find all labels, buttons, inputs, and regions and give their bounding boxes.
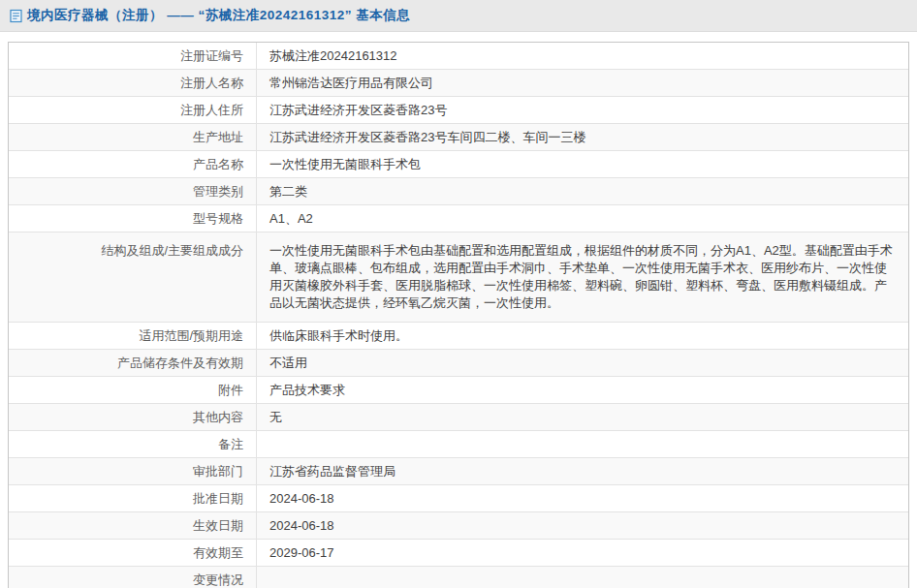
row-label: 附件 <box>9 377 257 403</box>
row-label: 产品储存条件及有效期 <box>9 350 257 376</box>
row-label: 注册人住所 <box>9 97 257 123</box>
table-row: 变更情况 <box>9 567 908 588</box>
info-table: 注册证编号苏械注准20242161312注册人名称常州锦浩达医疗用品有限公司注册… <box>8 42 909 588</box>
table-row: 生产地址江苏武进经济开发区菱香路23号车间四二楼、车间一三楼 <box>9 124 908 151</box>
table-row: 结构及组成/主要组成成分一次性使用无菌眼科手术包由基础配置和选用配置组成，根据组… <box>9 232 908 323</box>
table-row: 型号规格A1、A2 <box>9 205 908 232</box>
row-label: 备注 <box>9 431 257 457</box>
table-row: 注册人住所江苏武进经济开发区菱香路23号 <box>9 97 908 124</box>
row-value: 苏械注准20242161312 <box>257 43 908 69</box>
row-label: 审批部门 <box>9 458 257 484</box>
table-row: 有效期至2029-06-17 <box>9 540 908 567</box>
row-value: 常州锦浩达医疗用品有限公司 <box>257 70 908 96</box>
table-row: 产品名称一次性使用无菌眼科手术包 <box>9 151 908 178</box>
table-row: 附件产品技术要求 <box>9 377 908 404</box>
row-value: 无 <box>257 404 908 430</box>
row-value <box>257 567 908 588</box>
table-row: 批准日期2024-06-18 <box>9 485 908 512</box>
row-label: 注册人名称 <box>9 70 257 96</box>
row-value: 第二类 <box>257 178 908 204</box>
row-value: 产品技术要求 <box>257 377 908 403</box>
row-value: 一次性使用无菌眼科手术包 <box>257 151 908 177</box>
row-value: 江苏武进经济开发区菱香路23号车间四二楼、车间一三楼 <box>257 124 908 150</box>
document-icon <box>10 9 22 23</box>
row-label: 型号规格 <box>9 205 257 232</box>
row-label: 批准日期 <box>9 485 257 511</box>
row-value: 2024-06-18 <box>257 512 908 539</box>
row-label: 产品名称 <box>9 151 257 177</box>
header-bar: 境内医疗器械（注册） —— “苏械注准20242161312” 基本信息 <box>0 0 917 32</box>
table-row: 注册证编号苏械注准20242161312 <box>9 43 908 70</box>
row-value: 2024-06-18 <box>257 485 908 511</box>
row-label: 变更情况 <box>9 567 257 588</box>
row-value: A1、A2 <box>257 205 908 232</box>
table-row: 管理类别第二类 <box>9 178 908 205</box>
row-value <box>257 431 908 457</box>
row-label: 结构及组成/主要组成成分 <box>9 232 257 322</box>
table-row: 备注 <box>9 431 908 458</box>
row-value: 不适用 <box>257 350 908 376</box>
table-row: 生效日期2024-06-18 <box>9 512 908 540</box>
row-label: 其他内容 <box>9 404 257 430</box>
row-value: 供临床眼科手术时使用。 <box>257 323 908 349</box>
table-row: 产品储存条件及有效期不适用 <box>9 350 908 377</box>
row-label: 注册证编号 <box>9 43 257 69</box>
row-label: 适用范围/预期用途 <box>9 323 257 349</box>
row-value: 2029-06-17 <box>257 540 908 566</box>
page-title: 境内医疗器械（注册） —— “苏械注准20242161312” 基本信息 <box>27 7 410 24</box>
row-label: 生效日期 <box>9 512 257 539</box>
row-value: 江苏武进经济开发区菱香路23号 <box>257 97 908 123</box>
row-value: 一次性使用无菌眼科手术包由基础配置和选用配置组成，根据组件的材质不同，分为A1、… <box>257 232 908 322</box>
table-row: 适用范围/预期用途供临床眼科手术时使用。 <box>9 323 908 350</box>
table-row: 审批部门江苏省药品监督管理局 <box>9 458 908 485</box>
row-label: 生产地址 <box>9 124 257 150</box>
row-value: 江苏省药品监督管理局 <box>257 458 908 484</box>
table-row: 其他内容无 <box>9 404 908 431</box>
table-row: 注册人名称常州锦浩达医疗用品有限公司 <box>9 70 908 97</box>
row-label: 有效期至 <box>9 540 257 566</box>
row-label: 管理类别 <box>9 178 257 204</box>
